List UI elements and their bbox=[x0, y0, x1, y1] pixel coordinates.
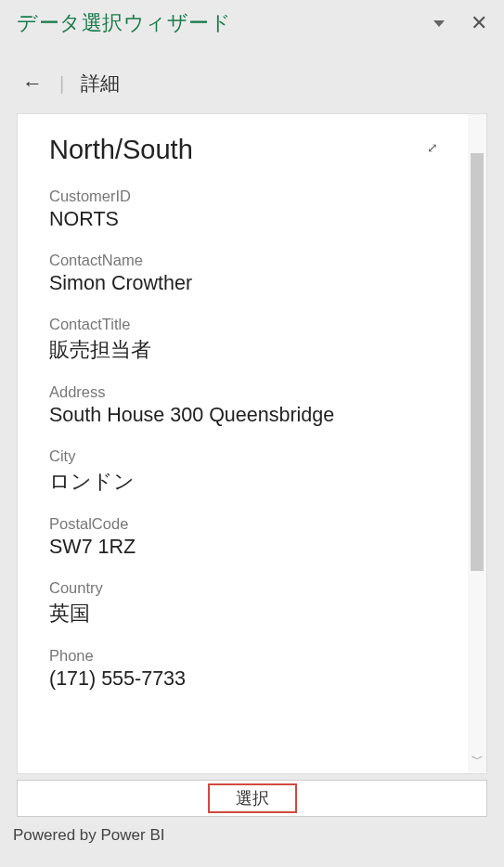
field-label: City bbox=[49, 447, 438, 465]
field-value: ロンドン bbox=[49, 468, 438, 495]
field-value: 英国 bbox=[49, 600, 438, 627]
field-address: Address South House 300 Queensbridge bbox=[49, 383, 438, 427]
field-contact-name: ContactName Simon Crowther bbox=[49, 252, 438, 295]
header-bar: データ選択ウィザード ✕ bbox=[0, 0, 504, 46]
back-arrow-icon[interactable]: ← bbox=[22, 71, 43, 96]
divider: | bbox=[59, 73, 64, 95]
field-value: NORTS bbox=[49, 208, 438, 231]
field-postal-code: PostalCode SW7 1RZ bbox=[49, 515, 438, 559]
content-scroll: North/South ⤢ CustomerID NORTS ContactNa… bbox=[18, 114, 468, 773]
wizard-title: データ選択ウィザード bbox=[17, 9, 231, 37]
field-phone: Phone (171) 555-7733 bbox=[49, 647, 438, 691]
scroll-thumb[interactable] bbox=[471, 153, 484, 571]
field-city: City ロンドン bbox=[49, 447, 438, 495]
nav-bar: ← | 詳細 bbox=[0, 46, 504, 113]
field-label: CustomerID bbox=[49, 188, 438, 205]
close-icon[interactable]: ✕ bbox=[471, 13, 487, 33]
field-label: Address bbox=[49, 383, 438, 401]
select-button[interactable]: 選択 bbox=[17, 780, 487, 817]
header-controls: ✕ bbox=[433, 13, 487, 33]
field-country: Country 英国 bbox=[49, 579, 438, 627]
heading-row: North/South ⤢ bbox=[49, 135, 438, 165]
field-value: South House 300 Queensbridge bbox=[49, 404, 438, 427]
field-label: PostalCode bbox=[49, 515, 438, 533]
footer-text: Powered by Power BI bbox=[0, 817, 504, 845]
scroll-down-icon[interactable]: ﹀ bbox=[471, 751, 484, 768]
scrollbar[interactable]: ﹀ bbox=[468, 114, 486, 773]
content-panel: North/South ⤢ CustomerID NORTS ContactNa… bbox=[17, 113, 487, 774]
field-label: Phone bbox=[49, 647, 438, 665]
field-customer-id: CustomerID NORTS bbox=[49, 188, 438, 231]
chevron-down-icon[interactable] bbox=[433, 20, 445, 27]
field-contact-title: ContactTitle 販売担当者 bbox=[49, 316, 438, 363]
expand-icon[interactable]: ⤢ bbox=[427, 140, 438, 155]
field-value: Simon Crowther bbox=[49, 272, 438, 295]
field-value: 販売担当者 bbox=[49, 336, 438, 363]
breadcrumb: 詳細 bbox=[81, 71, 120, 97]
select-button-label: 選択 bbox=[208, 783, 297, 813]
field-label: ContactTitle bbox=[49, 316, 438, 333]
field-value: (171) 555-7733 bbox=[49, 667, 438, 691]
field-label: ContactName bbox=[49, 252, 438, 269]
field-label: Country bbox=[49, 579, 438, 597]
field-value: SW7 1RZ bbox=[49, 536, 438, 559]
record-heading: North/South bbox=[49, 135, 193, 165]
